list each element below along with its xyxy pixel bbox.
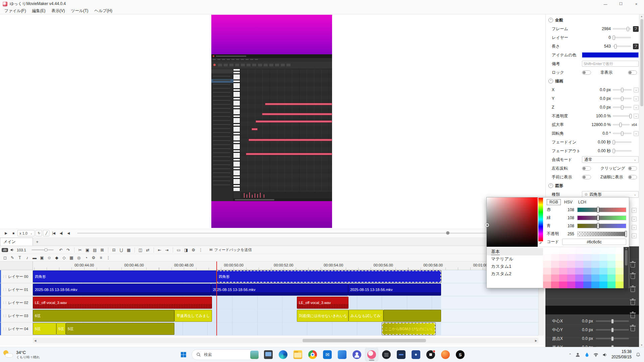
section-general[interactable]: ⌃ 全般 bbox=[546, 16, 644, 24]
palette-swatch[interactable] bbox=[575, 268, 583, 275]
explorer-button[interactable] bbox=[291, 348, 305, 361]
palette-swatch[interactable] bbox=[559, 275, 567, 282]
palette-tab-基本[interactable]: 基本 bbox=[487, 248, 543, 255]
section-draw[interactable]: ⌃ 描画 bbox=[546, 77, 644, 85]
color-code-input[interactable]: #6c6c6c bbox=[562, 239, 626, 245]
palette-swatch[interactable] bbox=[575, 275, 583, 282]
playback-seek-thumb[interactable] bbox=[446, 231, 449, 235]
palette-swatch[interactable] bbox=[559, 261, 567, 268]
delete-layer-icon[interactable] bbox=[631, 275, 635, 279]
note-input[interactable] bbox=[582, 61, 639, 67]
select-tool-icon[interactable]: ◻ bbox=[2, 254, 8, 261]
palette-swatch[interactable] bbox=[551, 268, 559, 275]
palette-swatch[interactable] bbox=[599, 261, 607, 268]
frame-slider[interactable] bbox=[613, 28, 631, 29]
palette-swatch[interactable] bbox=[567, 254, 575, 261]
palette-swatch[interactable] bbox=[575, 282, 583, 289]
prev-frame-button[interactable]: ◀| bbox=[58, 230, 64, 236]
palette-swatch[interactable] bbox=[591, 275, 599, 282]
decrement-button[interactable]: - bbox=[634, 87, 639, 93]
eyedropper-icon[interactable]: ✎ bbox=[539, 241, 542, 245]
decrement-button[interactable]: - bbox=[634, 96, 639, 101]
color-mode-tab-rgb[interactable]: RGB bbox=[547, 199, 561, 205]
playback-seek-slider[interactable] bbox=[77, 233, 516, 234]
stop-button[interactable]: ■ bbox=[10, 230, 16, 236]
panel-scrollbar[interactable]: ▲ ▼ bbox=[639, 14, 644, 347]
blend-mode-select[interactable]: 通常 ⌄ bbox=[582, 156, 639, 163]
opacity-slider[interactable] bbox=[613, 115, 632, 117]
layer-header[interactable]: ⋮⋮レイヤー 01 bbox=[0, 283, 33, 296]
timeline-clip[interactable]: 5弦 bbox=[66, 323, 174, 335]
tray-expand-icon[interactable]: ⌃ bbox=[569, 353, 572, 357]
zorder-toggle[interactable] bbox=[628, 175, 637, 179]
red-channel-slider[interactable] bbox=[577, 207, 626, 212]
palette-swatch[interactable] bbox=[591, 268, 599, 275]
save-icon[interactable]: ◨ bbox=[183, 247, 190, 253]
alpha-channel-slider[interactable] bbox=[577, 232, 626, 236]
volume-icon[interactable] bbox=[602, 352, 608, 357]
timeline-clip[interactable]: 2025-08-15 13-18-56.mkv bbox=[348, 284, 441, 296]
teams-button[interactable] bbox=[350, 348, 364, 361]
video-item-icon[interactable]: ▬ bbox=[31, 254, 38, 261]
layer-track[interactable]: 6弦早速再生してみまし..到底僕には出せないきれいな..みんなも試してみて bbox=[33, 309, 538, 322]
layer-track[interactable]: 2025-08-15 13-18-56.mkv2025-08-15 13-18-… bbox=[33, 283, 538, 296]
clock[interactable]: 15:38 2025/08/15 bbox=[611, 349, 632, 360]
more-icon[interactable]: ⋮ bbox=[198, 247, 204, 253]
palette-swatch[interactable] bbox=[607, 261, 615, 268]
layer-track[interactable]: LE_off vocal_3.wavLE_off vocal_3.wav bbox=[33, 296, 538, 309]
scale-slider[interactable] bbox=[613, 124, 630, 125]
palette-swatch[interactable] bbox=[575, 247, 583, 254]
group-item-icon[interactable]: ▦ bbox=[68, 254, 75, 261]
slider-thumb[interactable] bbox=[597, 215, 599, 221]
playhead[interactable] bbox=[216, 261, 217, 336]
rotation-slider[interactable] bbox=[613, 133, 632, 134]
decrement-button[interactable]: - bbox=[634, 114, 639, 119]
navy-app-button[interactable] bbox=[394, 348, 408, 361]
palette-swatch[interactable] bbox=[615, 247, 624, 254]
palette-tab-カスタム1[interactable]: カスタム1 bbox=[487, 263, 543, 270]
palette-swatch[interactable] bbox=[551, 247, 559, 254]
layer-track[interactable]: 5弦5弦5弦ここからBGMさびなのにいいのいい... bbox=[33, 322, 538, 336]
decrement-button[interactable]: - bbox=[632, 208, 637, 213]
menu-item[interactable]: 表示(V) bbox=[48, 8, 68, 14]
palette-swatch[interactable] bbox=[599, 268, 607, 275]
palette-swatch[interactable] bbox=[543, 261, 551, 268]
flip-toggle[interactable] bbox=[582, 166, 591, 171]
timeline-clip[interactable]: ここからBGMさびなのにいいのいい... bbox=[382, 323, 435, 335]
undo-icon[interactable]: ↶ bbox=[58, 247, 64, 253]
slider-thumb[interactable] bbox=[597, 223, 599, 229]
palette-swatch[interactable] bbox=[575, 254, 583, 261]
close-button[interactable]: × bbox=[629, 0, 644, 8]
x-slider[interactable] bbox=[613, 89, 632, 90]
edge-button[interactable] bbox=[276, 348, 290, 361]
palette-swatch[interactable] bbox=[615, 254, 624, 261]
slider-thumb[interactable] bbox=[597, 207, 599, 213]
frame-unit-button[interactable]: フ bbox=[633, 26, 639, 32]
section-shape[interactable]: ⌃ 図形 bbox=[546, 181, 644, 190]
advanced-slider[interactable] bbox=[596, 329, 629, 330]
palette-tab-マテリアル[interactable]: マテリアル bbox=[487, 255, 543, 263]
tab-main[interactable]: メイン bbox=[0, 238, 33, 246]
palette-swatch[interactable] bbox=[567, 282, 575, 289]
panel-scroll-thumb[interactable] bbox=[640, 19, 643, 106]
color-mode-tab-lch[interactable]: LCH bbox=[576, 199, 589, 205]
text-item-icon[interactable]: T bbox=[16, 254, 23, 261]
palette-swatch[interactable] bbox=[607, 275, 615, 282]
palette-swatch[interactable] bbox=[543, 282, 551, 289]
collapse-icon[interactable]: ⌃ bbox=[548, 79, 553, 83]
minimize-button[interactable]: — bbox=[598, 0, 613, 8]
scroll-left-icon[interactable]: ◀ bbox=[33, 339, 38, 342]
maximize-button[interactable]: ☐ bbox=[613, 0, 629, 8]
palette-swatch[interactable] bbox=[583, 268, 591, 275]
palette-swatch[interactable] bbox=[607, 282, 615, 289]
palette-swatch[interactable] bbox=[551, 282, 559, 289]
audio-app-button[interactable] bbox=[409, 348, 423, 361]
palette-swatch[interactable] bbox=[583, 247, 591, 254]
delete-icon[interactable]: ⊠ bbox=[99, 247, 106, 253]
palette-swatch[interactable] bbox=[567, 247, 575, 254]
palette-swatch[interactable] bbox=[543, 275, 551, 282]
layer-header[interactable]: ⋮⋮レイヤー 04 bbox=[0, 322, 33, 336]
palette-swatch[interactable] bbox=[551, 261, 559, 268]
palette-scrollbar[interactable]: ▲ bbox=[624, 247, 629, 288]
palette-swatch[interactable] bbox=[583, 261, 591, 268]
